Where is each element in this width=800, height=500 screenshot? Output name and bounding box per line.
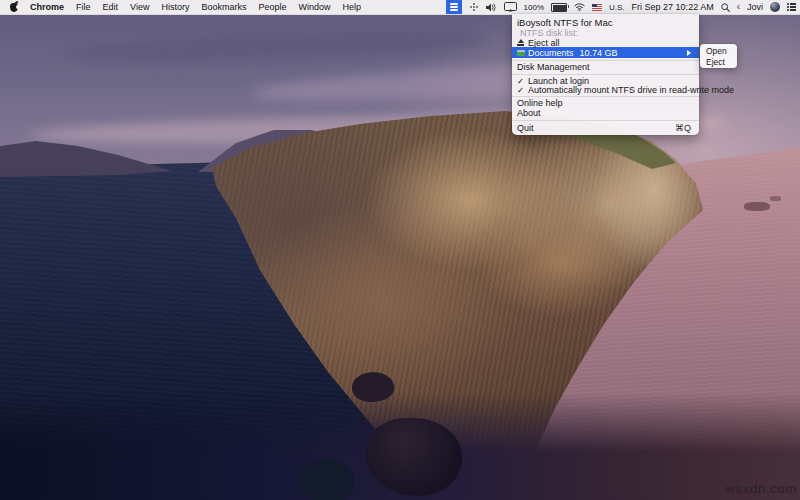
menu-bar-status: 100% U.S. Fri Sep 27 10:22 AM ‹ Jovi — [446, 0, 800, 14]
app-menu-edit[interactable]: Edit — [103, 2, 119, 12]
disk-stack-icon — [450, 3, 458, 11]
menu-bar-left: Chrome File Edit View History Bookmarks … — [0, 2, 361, 12]
menu-bar: Chrome File Edit View History Bookmarks … — [0, 0, 800, 15]
rock — [744, 202, 770, 211]
watermark: wsxdn.com — [725, 481, 797, 496]
input-source-label[interactable]: U.S. — [609, 3, 625, 12]
menu-item-auto-mount[interactable]: ✓ Automatically mount NTFS drive in read… — [512, 85, 699, 94]
battery-icon[interactable] — [551, 3, 567, 12]
notification-center-icon[interactable] — [787, 3, 796, 11]
menu-section-ntfs-disk-list: NTFS disk list: — [512, 28, 699, 38]
submenu-arrow-icon — [687, 50, 691, 56]
menu-item-disk-management[interactable]: Disk Management — [512, 62, 699, 72]
user-globe-icon[interactable] — [770, 2, 780, 12]
app-menu-bookmarks[interactable]: Bookmarks — [201, 2, 246, 12]
wifi-icon[interactable] — [574, 3, 585, 11]
menu-item-title[interactable]: iBoysoft NTFS for Mac — [512, 16, 699, 28]
auto-mount-label: Automatically mount NTFS drive in read-w… — [528, 85, 734, 95]
chevron-collapse-icon[interactable]: ‹ — [737, 2, 740, 12]
app-menu-chrome[interactable]: Chrome — [30, 2, 64, 12]
quit-label: Quit — [517, 123, 534, 133]
menu-item-quit[interactable]: Quit ⌘Q — [512, 122, 699, 133]
user-name[interactable]: Jovi — [747, 2, 763, 12]
menu-item-online-help[interactable]: Online help — [512, 98, 699, 108]
app-menu-file[interactable]: File — [76, 2, 91, 12]
app-menu-history[interactable]: History — [161, 2, 189, 12]
disk-submenu: Open Eject — [700, 44, 737, 68]
app-menu-view[interactable]: View — [130, 2, 149, 12]
quit-shortcut: ⌘Q — [675, 123, 691, 133]
submenu-item-open[interactable]: Open — [700, 45, 737, 56]
menu-separator — [512, 60, 699, 61]
eject-icon — [517, 39, 528, 46]
menu-separator — [512, 120, 699, 121]
volume-icon[interactable] — [486, 3, 497, 12]
battery-percent[interactable]: 100% — [524, 3, 544, 12]
menu-bar-clock[interactable]: Fri Sep 27 10:22 AM — [632, 2, 714, 12]
rock — [770, 196, 781, 201]
iboysoft-dropdown-menu: iBoysoft NTFS for Mac NTFS disk list: Ej… — [512, 14, 699, 135]
app-menu-window[interactable]: Window — [298, 2, 330, 12]
menu-item-documents-disk[interactable]: Documents 10.74 GB — [512, 47, 699, 58]
rock — [298, 460, 354, 500]
eject-all-label: Eject all — [528, 38, 560, 48]
spotlight-search-icon[interactable] — [721, 3, 730, 12]
desktop: wsxdn.com Chrome File Edit View History … — [0, 0, 800, 500]
checkmark-icon: ✓ — [517, 85, 528, 95]
menu-item-eject-all[interactable]: Eject all — [512, 38, 699, 47]
disk-icon — [517, 50, 528, 56]
apple-menu-icon[interactable] — [10, 3, 18, 12]
submenu-item-eject[interactable]: Eject — [700, 56, 737, 67]
display-airplay-icon[interactable] — [504, 2, 517, 12]
menu-separator — [512, 96, 699, 97]
app-menu-people[interactable]: People — [258, 2, 286, 12]
iboysoft-tray-icon[interactable] — [446, 0, 462, 14]
input-source-flag-icon[interactable] — [592, 4, 602, 11]
menu-item-about[interactable]: About — [512, 108, 699, 118]
menu-separator — [512, 74, 699, 75]
disk-name: Documents — [528, 48, 574, 58]
utility-tray-icon[interactable] — [473, 6, 475, 8]
app-menu-help[interactable]: Help — [342, 2, 361, 12]
disk-size: 10.74 GB — [580, 48, 618, 58]
